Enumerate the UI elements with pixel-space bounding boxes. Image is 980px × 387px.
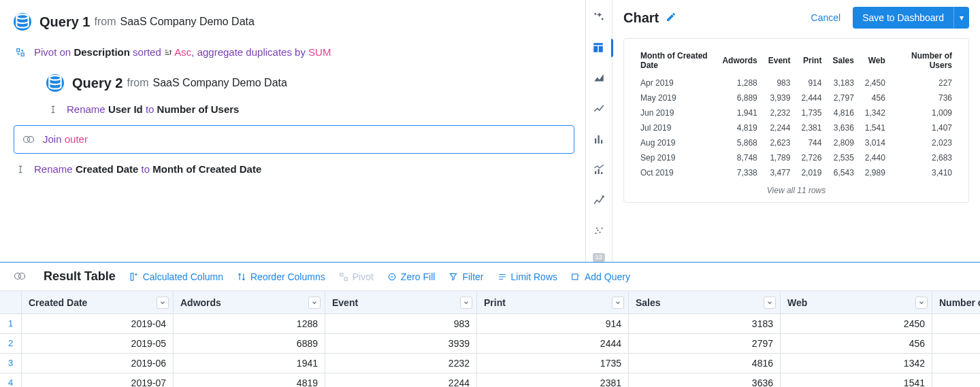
- results-title: Result Table: [44, 269, 116, 284]
- cell[interactable]: 2450: [781, 314, 932, 334]
- query2-title: Query 2: [72, 75, 122, 91]
- preview-row[interactable]: May 20196,8893,9392,4442,797456736: [635, 90, 958, 105]
- preview-row[interactable]: Apr 20191,2889839143,1832,450227: [635, 75, 958, 90]
- cell[interactable]: 2381: [477, 373, 629, 387]
- svg-rect-6: [595, 139, 596, 144]
- column-menu-button[interactable]: [612, 297, 624, 309]
- preview-header[interactable]: Sales: [827, 48, 859, 75]
- cell[interactable]: 6889: [174, 334, 325, 354]
- reorder-columns-button[interactable]: Reorder Columns: [237, 271, 325, 282]
- rail-number-badge[interactable]: 12: [593, 253, 605, 262]
- cell[interactable]: 2019-07: [22, 373, 174, 387]
- column-header[interactable]: Event: [325, 291, 477, 314]
- preview-header[interactable]: Adwords: [717, 48, 762, 75]
- database-icon: [14, 13, 31, 31]
- preview-row[interactable]: Oct 20197,3383,4772,0196,5432,9893,410: [635, 165, 958, 180]
- cell[interactable]: 2232: [325, 354, 477, 373]
- cancel-button[interactable]: Cancel: [811, 12, 841, 23]
- column-menu-button[interactable]: [157, 297, 169, 309]
- preview-header[interactable]: Event: [763, 48, 796, 75]
- column-header[interactable]: Sales: [629, 291, 781, 314]
- svg-rect-9: [595, 171, 596, 175]
- cell[interactable]: 1541: [781, 373, 932, 387]
- cell[interactable]: 456: [781, 334, 932, 354]
- row-number[interactable]: 1: [0, 314, 22, 334]
- cell[interactable]: 1288: [174, 314, 325, 334]
- cell[interactable]: 983: [325, 314, 477, 334]
- cell[interactable]: 4816: [629, 354, 781, 373]
- cell[interactable]: 3636: [629, 373, 781, 387]
- cell[interactable]: 2797: [629, 334, 781, 354]
- column-menu-button[interactable]: [308, 297, 321, 309]
- preview-row[interactable]: Jul 20194,8192,2442,3813,6361,5411,407: [635, 120, 958, 135]
- cell[interactable]: 1735: [477, 354, 629, 373]
- magic-icon[interactable]: [589, 8, 608, 27]
- chart-type-rail: 12: [585, 0, 612, 262]
- limit-rows-button[interactable]: Limit Rows: [497, 271, 557, 282]
- cell[interactable]: 3939: [325, 334, 477, 354]
- cell[interactable]: 1342: [781, 354, 932, 373]
- preview-header[interactable]: Month of Created Date: [635, 48, 717, 75]
- query1-title: Query 1: [39, 14, 90, 30]
- combo-chart-icon[interactable]: [589, 161, 608, 180]
- svg-point-3: [49, 75, 61, 80]
- cell[interactable]: 914: [477, 314, 629, 334]
- pivot-step[interactable]: Pivot on Description sorted Asc, aggrega…: [27, 40, 331, 65]
- rename-step-icon: [14, 165, 27, 174]
- cell[interactable]: 1941: [174, 354, 325, 373]
- preview-header[interactable]: Print: [796, 48, 827, 75]
- cell[interactable]: 2019-06: [22, 354, 174, 373]
- row-number[interactable]: 2: [0, 334, 22, 354]
- cell[interactable]: 3183: [629, 314, 781, 334]
- query1-header[interactable]: Query 1 from SaaS Company Demo Data: [14, 7, 578, 33]
- from-label: from: [127, 77, 148, 89]
- row-number[interactable]: 4: [0, 373, 22, 387]
- column-header[interactable]: Print: [477, 291, 629, 314]
- save-to-dashboard-button[interactable]: Save to Dashboard: [853, 7, 953, 29]
- column-header[interactable]: Created Date: [22, 291, 174, 314]
- svg-point-18: [19, 273, 25, 279]
- column-menu-button[interactable]: [915, 297, 928, 309]
- edit-chart-name-icon[interactable]: [666, 12, 676, 24]
- chart-title: Chart: [623, 10, 659, 26]
- view-all-rows-link[interactable]: View all 11 rows: [635, 180, 958, 198]
- trend-chart-icon[interactable]: [589, 192, 608, 210]
- chart-preview-card: Month of Created DateAdwordsEventPrintSa…: [623, 38, 969, 203]
- column-menu-button[interactable]: [460, 297, 472, 309]
- scatter-chart-icon[interactable]: [589, 222, 608, 241]
- column-menu-button[interactable]: [764, 297, 776, 309]
- area-chart-icon[interactable]: [589, 69, 608, 88]
- cell[interactable]: 2019-04: [22, 314, 174, 334]
- line-chart-icon[interactable]: [589, 100, 608, 118]
- add-query-button[interactable]: Add Query: [571, 271, 630, 282]
- svg-rect-19: [131, 273, 133, 280]
- bar-chart-icon[interactable]: [589, 131, 608, 149]
- results-grid[interactable]: Created DateAdwordsEventPrintSalesWebNum…: [0, 290, 980, 387]
- rename-step[interactable]: Rename User Id to Number of Users: [60, 97, 239, 122]
- filter-button[interactable]: Filter: [448, 271, 483, 282]
- cell[interactable]: 2444: [477, 334, 629, 354]
- calculated-column-button[interactable]: Calculated Column: [129, 271, 223, 282]
- preview-header[interactable]: Number of Users: [891, 48, 958, 75]
- column-header[interactable]: Adwords: [174, 291, 325, 314]
- join-step[interactable]: Join outer: [14, 125, 574, 154]
- preview-header[interactable]: Web: [860, 48, 891, 75]
- row-number-header: [0, 291, 22, 314]
- table-chart-icon[interactable]: [586, 39, 613, 57]
- save-dropdown-button[interactable]: ▾: [953, 7, 969, 29]
- preview-row[interactable]: Jun 20191,9412,2321,7354,8161,3421,009: [635, 105, 958, 120]
- zero-fill-button[interactable]: Zero Fill: [387, 271, 436, 282]
- column-header[interactable]: Number o: [932, 291, 980, 314]
- cell[interactable]: 2019-05: [22, 334, 174, 354]
- preview-row[interactable]: Sep 20198,7481,7892,7262,5352,4402,683: [635, 150, 958, 165]
- preview-row[interactable]: Aug 20195,8682,6237442,8093,0142,023: [635, 135, 958, 150]
- query2-header[interactable]: Query 2 from SaaS Company Demo Data: [46, 68, 578, 94]
- svg-rect-21: [344, 277, 347, 280]
- results-eye-icon[interactable]: [14, 271, 26, 282]
- column-header[interactable]: Web: [781, 291, 932, 314]
- query2-source: SaaS Company Demo Data: [152, 77, 287, 89]
- cell[interactable]: 2244: [325, 373, 477, 387]
- rename-step[interactable]: Rename Created Date to Month of Created …: [27, 157, 261, 182]
- row-number[interactable]: 3: [0, 354, 22, 373]
- cell[interactable]: 4819: [174, 373, 325, 387]
